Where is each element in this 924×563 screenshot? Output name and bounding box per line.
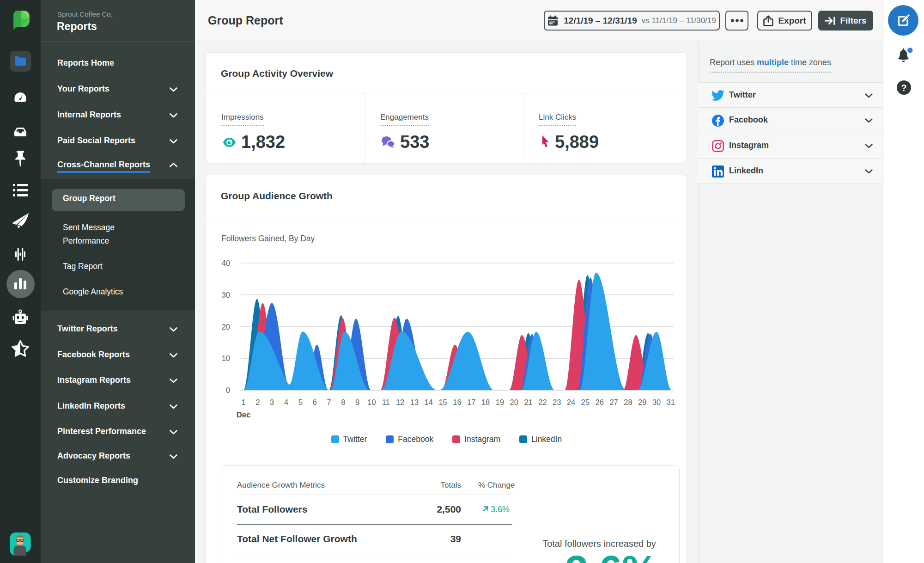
svg-text:24: 24 [567,398,575,406]
svg-text:17: 17 [467,398,475,406]
svg-text:8: 8 [341,398,345,406]
svg-text:Dec: Dec [237,410,250,419]
svg-text:14: 14 [425,398,433,406]
svg-text:13: 13 [410,398,419,406]
svg-text:0: 0 [226,386,230,394]
svg-text:18: 18 [481,398,490,406]
svg-text:22: 22 [538,398,547,406]
svg-text:10: 10 [222,354,230,362]
svg-text:27: 27 [609,398,618,406]
svg-text:1: 1 [241,398,245,406]
svg-text:29: 29 [638,398,646,406]
svg-text:31: 31 [667,398,675,406]
svg-text:7: 7 [327,398,331,406]
svg-text:25: 25 [581,398,590,406]
svg-text:11: 11 [382,398,390,406]
svg-text:21: 21 [524,398,532,406]
svg-text:4: 4 [284,398,288,406]
svg-text:20: 20 [222,323,230,331]
svg-text:5: 5 [298,398,303,406]
svg-text:26: 26 [596,398,604,406]
svg-text:15: 15 [438,398,447,406]
svg-text:30: 30 [652,398,661,406]
svg-text:19: 19 [496,398,504,406]
svg-text:9: 9 [355,398,359,406]
svg-text:6: 6 [313,398,317,406]
svg-text:30: 30 [222,291,230,299]
svg-text:16: 16 [453,398,461,406]
svg-text:2: 2 [255,398,260,406]
svg-text:3: 3 [270,398,274,406]
svg-text:12: 12 [396,398,404,406]
svg-text:23: 23 [553,398,561,406]
svg-text:20: 20 [510,398,518,406]
svg-text:10: 10 [367,398,376,406]
svg-text:28: 28 [624,398,632,406]
svg-text:40: 40 [222,259,230,267]
svg-text:?: ? [901,83,906,93]
